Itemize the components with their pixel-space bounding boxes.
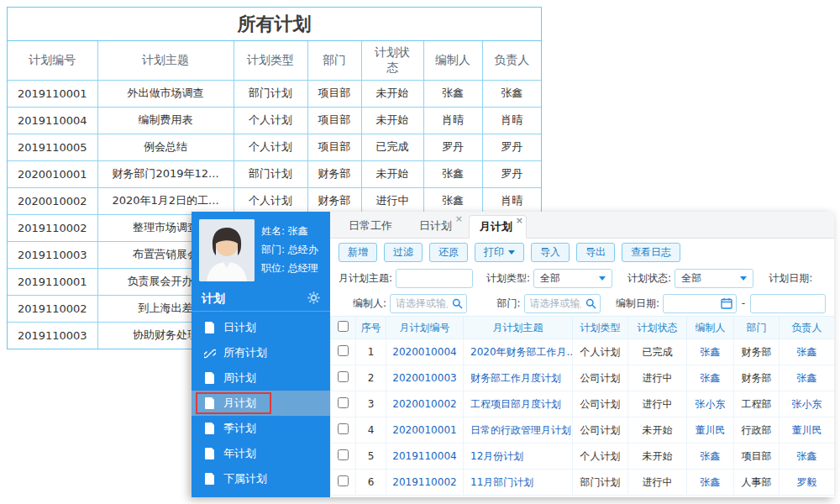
cell-type: 部门计划: [234, 80, 307, 107]
table-row[interactable]: 2019110005例会总结个人计划项目部已完成罗丹罗丹: [8, 134, 541, 160]
create-date-filter-label: 编制日期:: [616, 297, 659, 311]
select-value: 全部: [540, 271, 560, 286]
cell-creator: 张鑫: [423, 160, 482, 187]
close-icon[interactable]: ×: [455, 214, 463, 224]
cell-creator-link[interactable]: 张鑫: [687, 444, 734, 470]
create-date-to-input[interactable]: [750, 294, 826, 313]
sidebar-item-daily-plan[interactable]: 日计划: [192, 315, 330, 340]
table-row[interactable]: 4 2020010001 日常的行政管理月计划 公司计划 未开始 董川民 行政部…: [331, 417, 835, 444]
cell-plan-id-link[interactable]: 2019110004: [386, 444, 464, 470]
cell-owner-link[interactable]: 罗毅: [780, 470, 835, 496]
import-button[interactable]: 导入: [531, 243, 570, 262]
cell-plan-id-link[interactable]: 2020010001: [386, 417, 464, 444]
export-button[interactable]: 导出: [576, 243, 615, 262]
table-row[interactable]: 2 2020010003 财务部工作月度计划 公司计划 进行中 张鑫 财务部 张…: [331, 365, 835, 391]
cell-owner-link[interactable]: 董川民: [780, 417, 835, 444]
cell-subject: 财务部门2019年12...: [97, 160, 234, 187]
table-row[interactable]: 20200100022020年1月2日的工...个人计划财务部进行中张鑫肖晴: [8, 187, 541, 214]
column-header-creator: 编制人: [423, 41, 482, 80]
type-filter-select[interactable]: 全部: [533, 269, 612, 288]
cell-subject-link[interactable]: 工程项目部月度计划: [464, 391, 573, 417]
cell-type: 个人计划: [234, 134, 307, 160]
cell-owner-link[interactable]: 张小东: [780, 391, 835, 417]
column-header-owner: 负责人: [482, 41, 541, 80]
avatar: [199, 219, 255, 281]
row-checkbox[interactable]: [338, 423, 349, 434]
cell-status: 未开始: [628, 417, 687, 444]
close-icon[interactable]: ×: [516, 216, 523, 226]
table-row[interactable]: 2019110001外出做市场调查部门计划项目部未开始张鑫张鑫: [8, 80, 541, 107]
table-row[interactable]: 5 2019110004 12月份计划 个人计划 未开始 张鑫 项目部 张鑫: [331, 444, 835, 470]
row-checkbox[interactable]: [338, 371, 349, 382]
cell-status: 未开始: [628, 444, 687, 470]
cell-creator-link[interactable]: 张鑫: [687, 470, 734, 496]
cell-no: 4: [356, 417, 386, 444]
table-row[interactable]: 3 2020010002 工程项目部月度计划 公司计划 进行中 张小东 工程部 …: [331, 391, 835, 417]
table-row[interactable]: 6 2019110002 11月部门计划 部门计划 进行中 张鑫 人事部 罗毅: [331, 470, 835, 496]
subject-filter-input[interactable]: [396, 269, 473, 288]
row-checkbox[interactable]: [338, 475, 349, 486]
cell-subject-link[interactable]: 12月份计划: [464, 444, 573, 470]
subject-filter-label: 月计划主题:: [339, 271, 392, 286]
sidebar-item-quarterly-plan[interactable]: 季计划: [192, 416, 330, 441]
cell-subject-link[interactable]: 财务部工作月度计划: [464, 365, 573, 391]
cell-owner-link[interactable]: 张鑫: [780, 339, 835, 365]
chevron-down-icon: [740, 276, 747, 281]
cell-creator-link[interactable]: 董川民: [687, 417, 734, 444]
cell-plan-id-link[interactable]: 2020010004: [386, 339, 464, 365]
print-button[interactable]: 打印: [475, 243, 524, 262]
button-label: 查看日志: [631, 245, 671, 260]
tab-daily-work[interactable]: 日常工作: [339, 214, 406, 238]
create-date-from-input[interactable]: [663, 294, 737, 313]
select-all-checkbox[interactable]: [338, 321, 349, 332]
view-log-button[interactable]: 查看日志: [622, 243, 680, 262]
sidebar-item-label: 月计划: [223, 396, 256, 411]
filter-row-2: 编制人: 部门: 编制日期: -: [330, 291, 834, 316]
cell-owner: 罗丹: [482, 134, 541, 160]
cell-plan-id-link[interactable]: 2020010003: [386, 365, 464, 391]
cell-plan-id-link[interactable]: 2019110002: [386, 470, 464, 496]
cell-creator-link[interactable]: 张鑫: [687, 339, 734, 365]
table-row[interactable]: 1 2020010004 2020年财务部工作月... 个人计划 已完成 张鑫 …: [331, 339, 835, 365]
add-button[interactable]: 新增: [339, 243, 377, 262]
section-title: 计划: [202, 291, 225, 307]
cell-subject-link[interactable]: 2020年财务部工作月...: [464, 339, 573, 365]
cell-subject-link[interactable]: 11月部门计划: [464, 470, 573, 496]
sidebar-item-label: 季计划: [223, 421, 256, 436]
cell-owner-link[interactable]: 张鑫: [780, 365, 835, 391]
cell-creator-link[interactable]: 张鑫: [687, 365, 734, 391]
sidebar-item-monthly-plan[interactable]: 月计划: [192, 391, 330, 416]
cell-owner-link[interactable]: 张鑫: [780, 444, 835, 470]
cell-subject-link[interactable]: 日常的行政管理月计划: [464, 417, 573, 444]
cell-dept: 人事部: [734, 470, 780, 496]
filter-button[interactable]: 过滤: [384, 243, 423, 262]
sidebar-item-all-plans[interactable]: 所有计划: [192, 340, 330, 365]
table-row[interactable]: 2019110004编制费用表个人计划项目部未开始肖晴肖晴: [8, 107, 541, 134]
sidebar-item-weekly-plan[interactable]: 周计划: [192, 365, 330, 391]
button-label: 导出: [585, 245, 606, 260]
cell-type: 个人计划: [234, 187, 307, 214]
row-checkbox[interactable]: [338, 397, 349, 408]
cell-plan-id-link[interactable]: 2020010002: [386, 391, 464, 417]
dropdown-caret-icon: [508, 250, 515, 255]
sidebar-item-annual-plan[interactable]: 年计划: [192, 441, 330, 466]
row-checkbox[interactable]: [338, 345, 349, 356]
row-checkbox[interactable]: [338, 449, 349, 460]
tab-monthly-plan[interactable]: 月计划 ×: [469, 215, 527, 239]
cell-subject: 2020年1月2日的工...: [97, 187, 234, 214]
creator-filter-field: [390, 294, 467, 313]
gear-icon[interactable]: [307, 291, 320, 307]
tab-daily-plan[interactable]: 日计划 ×: [409, 214, 465, 238]
cell-creator-link[interactable]: 张小东: [687, 391, 734, 417]
status-filter-select[interactable]: 全部: [675, 269, 753, 288]
column-header-creator: 编制人: [687, 317, 734, 339]
cell-status: 已完成: [361, 134, 423, 160]
cell-no: 1: [356, 339, 386, 365]
tab-bar: 日常工作 日计划 × 月计划 ×: [330, 212, 834, 239]
table-row[interactable]: 2020010001财务部门2019年12...部门计划财务部未开始张鑫罗丹: [8, 160, 541, 187]
reset-button[interactable]: 还原: [429, 243, 468, 262]
creator-filter-input[interactable]: [390, 294, 467, 313]
dept-filter-input[interactable]: [524, 294, 601, 313]
cell-creator: 肖晴: [423, 107, 482, 134]
sidebar-item-subordinate-plans[interactable]: 下属计划: [192, 466, 330, 491]
